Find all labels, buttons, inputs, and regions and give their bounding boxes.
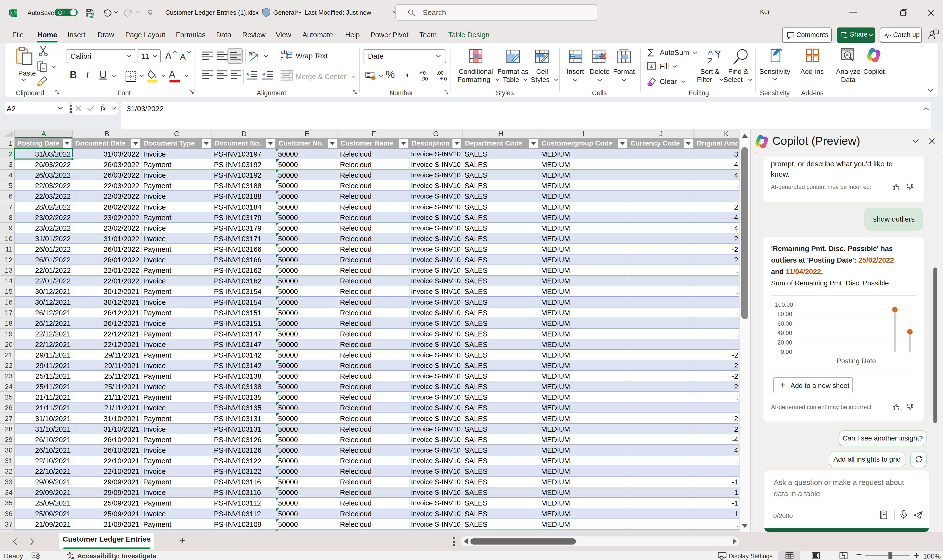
svg-text:X: X: [10, 11, 13, 15]
svg-text:Z: Z: [708, 57, 712, 65]
svg-text:0: 0: [423, 70, 426, 75]
svg-text:c: c: [281, 55, 284, 62]
svg-text:A: A: [708, 48, 713, 56]
svg-text:.00: .00: [421, 76, 428, 82]
svg-text:ab: ab: [248, 50, 256, 57]
svg-text:.00: .00: [437, 70, 444, 75]
